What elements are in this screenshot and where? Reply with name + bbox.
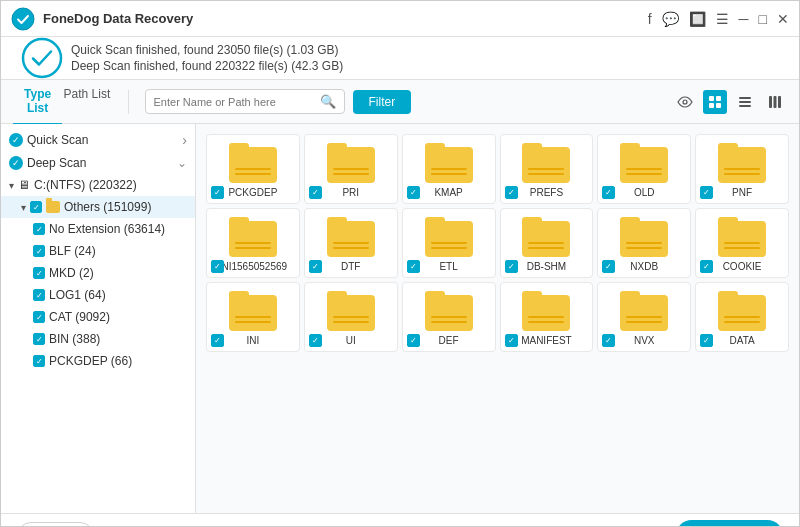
old-filename: OLD (634, 187, 655, 199)
cookie-folder-icon (718, 217, 766, 257)
sidebar-item-deep-scan[interactable]: Deep Scan (1, 152, 195, 174)
nxdb-filename: NXDB (630, 261, 658, 273)
file-item-cookie[interactable]: COOKIE (695, 208, 789, 278)
column-view-icon[interactable] (763, 90, 787, 114)
nvx-item-checkbox[interactable] (602, 334, 615, 347)
ui-filename: UI (346, 335, 356, 347)
sidebar-item-log1[interactable]: LOG1 (64) (1, 284, 195, 306)
sidebar-item-mkd[interactable]: MKD (2) (1, 262, 195, 284)
svg-rect-11 (774, 96, 777, 108)
file-item-pckgdep[interactable]: PCKGDEP (206, 134, 300, 204)
old-item-checkbox[interactable] (602, 186, 615, 199)
close-icon[interactable]: ✕ (777, 11, 789, 27)
footer: Back Selected 151111 items/11.6 GB Recov… (1, 513, 799, 527)
pckgdep-filename: PCKGDEP (228, 187, 277, 199)
tab-type-list[interactable]: Type List (13, 79, 62, 125)
file-item-kmap[interactable]: KMAP (402, 134, 496, 204)
search-input[interactable] (154, 96, 314, 108)
file-item-ui[interactable]: UI (304, 282, 398, 352)
others-arrow-icon (21, 200, 26, 214)
svg-rect-5 (709, 103, 714, 108)
kmap-item-checkbox[interactable] (407, 186, 420, 199)
recover-button[interactable]: Recover (676, 520, 783, 527)
sidebar-item-blf[interactable]: BLF (24) (1, 240, 195, 262)
sidebar-item-pckgdep[interactable]: PCKGDEP (66) (1, 350, 195, 372)
cookie-item-checkbox[interactable] (700, 260, 713, 273)
pckgdep-item-checkbox[interactable] (211, 186, 224, 199)
file-item-prefs[interactable]: PREFS (500, 134, 594, 204)
search-icon: 🔍 (320, 94, 336, 109)
dbshm-filename: DB-SHM (527, 261, 566, 273)
sidebar-item-c-drive[interactable]: 🖥 C:(NTFS) (220322) (1, 174, 195, 196)
file-item-pnf[interactable]: PNF (695, 134, 789, 204)
maximize-icon[interactable]: □ (759, 11, 767, 27)
nvx-folder-icon (620, 291, 668, 331)
def-item-checkbox[interactable] (407, 334, 420, 347)
no-ext-checkbox[interactable] (33, 223, 45, 235)
pnf-item-checkbox[interactable] (700, 186, 713, 199)
divider (128, 90, 129, 114)
file-item-dtf[interactable]: DTF (304, 208, 398, 278)
filter-button[interactable]: Filter (353, 90, 412, 114)
svg-point-1 (23, 39, 61, 77)
chat-icon[interactable]: 💬 (662, 11, 679, 27)
cat-checkbox[interactable] (33, 311, 45, 323)
minimize-icon[interactable]: ─ (739, 11, 749, 27)
file-area: PCKGDEP PRI (196, 124, 799, 513)
sidebar-item-bin[interactable]: BIN (388) (1, 328, 195, 350)
pckgdep-label: PCKGDEP (66) (49, 354, 132, 368)
ini-folder-icon (229, 291, 277, 331)
back-button[interactable]: Back (17, 522, 94, 528)
others-checkbox[interactable] (30, 201, 42, 213)
list-view-icon[interactable] (733, 90, 757, 114)
pri-item-checkbox[interactable] (309, 186, 322, 199)
file-item-old[interactable]: OLD (597, 134, 691, 204)
app-logo (11, 7, 35, 31)
manifest-item-checkbox[interactable] (505, 334, 518, 347)
nxdb-item-checkbox[interactable] (602, 260, 615, 273)
sidebar-item-quick-scan[interactable]: Quick Scan (1, 128, 195, 152)
file-item-pri[interactable]: PRI (304, 134, 398, 204)
file-item-nxdb[interactable]: NXDB (597, 208, 691, 278)
blf-checkbox[interactable] (33, 245, 45, 257)
data-folder-icon (718, 291, 766, 331)
others-folder-icon (46, 201, 60, 213)
nvx-filename: NVX (634, 335, 655, 347)
deep-scan-label: Deep Scan (27, 156, 86, 170)
file-item-manifest[interactable]: MANIFEST (500, 282, 594, 352)
bin-checkbox[interactable] (33, 333, 45, 345)
dtf-item-checkbox[interactable] (309, 260, 322, 273)
dbshm-item-checkbox[interactable] (505, 260, 518, 273)
file-item-data[interactable]: DATA (695, 282, 789, 352)
nxdb-folder-icon (620, 217, 668, 257)
ini-item-checkbox[interactable] (211, 334, 224, 347)
dtf-folder-icon (327, 217, 375, 257)
mkd-label: MKD (2) (49, 266, 94, 280)
old-folder-icon (620, 143, 668, 183)
grid-view-icon[interactable] (703, 90, 727, 114)
tab-path-list[interactable]: Path List (62, 79, 111, 125)
file-item-ini1565[interactable]: INI1565052569 (206, 208, 300, 278)
file-item-dbshm[interactable]: DB-SHM (500, 208, 594, 278)
etl-item-checkbox[interactable] (407, 260, 420, 273)
file-item-nvx[interactable]: NVX (597, 282, 691, 352)
mkd-checkbox[interactable] (33, 267, 45, 279)
ini-filename: INI (247, 335, 260, 347)
file-item-ini[interactable]: INI (206, 282, 300, 352)
facebook-icon[interactable]: f (648, 11, 652, 27)
ini1565-item-checkbox[interactable] (211, 260, 224, 273)
sidebar-item-no-extension[interactable]: No Extension (63614) (1, 218, 195, 240)
menu-icon[interactable]: ☰ (716, 11, 729, 27)
file-item-etl[interactable]: ETL (402, 208, 496, 278)
pckgdep-checkbox[interactable] (33, 355, 45, 367)
sidebar-item-cat[interactable]: CAT (9092) (1, 306, 195, 328)
eye-icon[interactable] (673, 90, 697, 114)
prefs-item-checkbox[interactable] (505, 186, 518, 199)
ui-folder-icon (327, 291, 375, 331)
log1-checkbox[interactable] (33, 289, 45, 301)
sidebar-item-others[interactable]: Others (151099) (1, 196, 195, 218)
file-item-def[interactable]: DEF (402, 282, 496, 352)
data-item-checkbox[interactable] (700, 334, 713, 347)
save-icon[interactable]: 🔲 (689, 11, 706, 27)
ui-item-checkbox[interactable] (309, 334, 322, 347)
